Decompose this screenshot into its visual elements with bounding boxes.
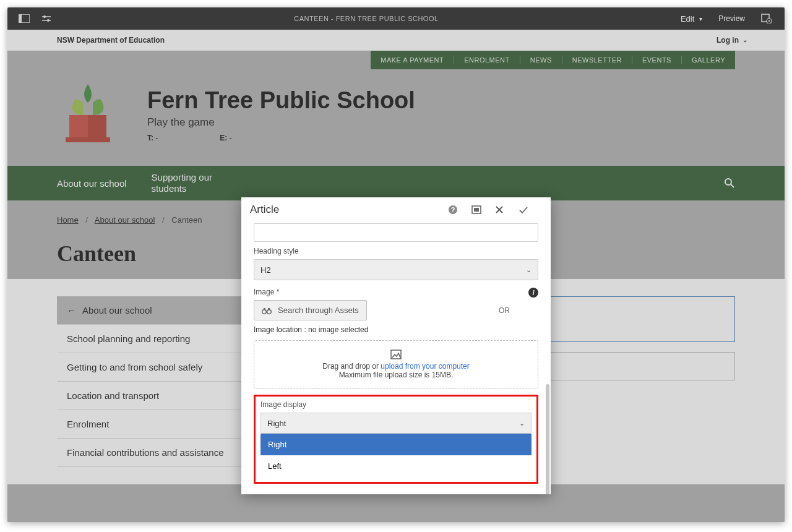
email-label: E: [220, 134, 227, 142]
util-link[interactable]: EVENTS [632, 56, 682, 64]
crumb-home[interactable]: Home [57, 215, 79, 225]
binoculars-icon [262, 307, 272, 314]
svg-point-5 [47, 19, 50, 22]
sidebar-item[interactable]: Financial contributions and assistance [57, 439, 255, 467]
page-settings-icon[interactable] [761, 14, 772, 24]
email-value: - [230, 134, 232, 142]
utility-nav: MAKE A PAYMENT ENROLMENT NEWS NEWSLETTER… [7, 51, 785, 69]
confirm-icon[interactable] [519, 205, 542, 214]
heading-style-value: H2 [260, 265, 271, 275]
school-tagline: Play the game [147, 116, 415, 129]
svg-line-13 [731, 184, 734, 187]
help-icon[interactable]: ? [448, 205, 471, 215]
masthead: Fern Tree Public School Play the game T:… [7, 69, 785, 166]
nav-about[interactable]: About our school [57, 178, 127, 189]
login-link[interactable]: Log in ⌄ [717, 36, 747, 45]
search-icon[interactable] [724, 178, 735, 189]
preview-label[interactable]: Preview [718, 14, 745, 23]
sidebar-item[interactable]: Enrolment [57, 410, 255, 439]
chevron-down-icon: ⌄ [742, 36, 747, 43]
util-link[interactable]: NEWSLETTER [562, 56, 632, 64]
image-display-section: Image display Right ⌄ Right Left [254, 395, 538, 484]
option-left[interactable]: Left [260, 455, 532, 477]
phone-value: - [155, 134, 158, 142]
login-label: Log in [717, 36, 739, 45]
util-link[interactable]: ENROLMENT [454, 56, 520, 64]
svg-rect-9 [69, 115, 88, 140]
upload-drop-zone[interactable]: Drag and drop or upload from your comput… [254, 340, 538, 388]
sidebar-item-about[interactable]: About our school [57, 296, 255, 325]
crumb-current: Canteen [171, 215, 202, 225]
heading-style-label: Heading style [254, 247, 538, 255]
editor-page-title: CANTEEN - FERN TREE PUBLIC SCHOOL [52, 15, 681, 22]
svg-point-21 [267, 309, 272, 314]
util-link[interactable]: NEWS [520, 56, 562, 64]
nav-supporting[interactable]: Supporting our students [152, 172, 238, 194]
search-assets-label: Search through Assets [278, 306, 359, 315]
upload-link[interactable]: upload from your computer [381, 362, 469, 371]
image-display-value: Right [267, 419, 286, 428]
image-location-text: Image location : no image selected [254, 325, 538, 334]
image-display-label: Image display [260, 400, 532, 409]
svg-point-12 [725, 179, 731, 185]
svg-rect-17 [474, 208, 479, 212]
sidebar-item[interactable]: Location and transport [57, 382, 255, 410]
edit-dropdown[interactable]: Edit ▾ [681, 14, 702, 24]
chevron-down-icon: ⌄ [526, 266, 532, 274]
heading-style-select[interactable]: H2 ⌄ [254, 259, 538, 280]
image-icon [260, 350, 532, 359]
sidebar-item[interactable]: Getting to and from school safely [57, 353, 255, 382]
svg-point-8 [768, 20, 770, 22]
sidebar-nav: About our school School planning and rep… [57, 296, 255, 467]
svg-point-20 [262, 309, 267, 314]
svg-rect-23 [268, 308, 270, 310]
school-name: Fern Tree Public School [147, 87, 415, 114]
scrollbar-thumb[interactable] [546, 384, 549, 494]
image-display-options: Right Left [260, 434, 532, 477]
or-text: OR [499, 306, 510, 315]
svg-rect-10 [88, 115, 106, 140]
panel-icon[interactable] [19, 14, 30, 23]
school-logo [57, 80, 125, 148]
department-bar: NSW Department of Education Log in ⌄ [7, 30, 785, 51]
upload-size-text: Maximum file upload size is 15MB. [260, 371, 532, 379]
department-name: NSW Department of Education [57, 36, 165, 45]
dialog-title: Article [250, 204, 279, 216]
info-icon[interactable]: i [528, 288, 538, 298]
edit-label: Edit [681, 14, 694, 24]
svg-point-3 [43, 15, 46, 18]
chevron-down-icon: ▾ [699, 15, 702, 22]
phone-label: T: [147, 134, 153, 142]
close-icon[interactable] [495, 205, 519, 214]
util-link[interactable]: MAKE A PAYMENT [371, 56, 454, 64]
image-display-select[interactable]: Right ⌄ [260, 413, 532, 434]
search-assets-button[interactable]: Search through Assets [254, 300, 367, 320]
editor-top-bar: CANTEEN - FERN TREE PUBLIC SCHOOL Edit ▾… [7, 7, 785, 30]
image-label: Image * [254, 288, 279, 296]
util-link[interactable]: GALLERY [682, 56, 735, 64]
svg-text:?: ? [451, 206, 455, 213]
svg-rect-11 [66, 137, 110, 142]
svg-rect-1 [19, 14, 22, 23]
fullscreen-icon[interactable] [471, 205, 495, 214]
option-right[interactable]: Right [260, 434, 532, 455]
sliders-icon[interactable] [41, 14, 52, 23]
sidebar-item-label: About our school [82, 305, 152, 315]
crumb-about[interactable]: About our school [95, 215, 155, 225]
sidebar-item[interactable]: School planning and reporting [57, 325, 255, 353]
drop-text-pre: Drag and drop or [322, 362, 381, 371]
svg-rect-22 [264, 308, 265, 310]
chevron-down-icon: ⌄ [519, 419, 525, 427]
heading-text-input[interactable] [254, 223, 538, 242]
main-nav: About our school Supporting our students [7, 166, 785, 200]
article-dialog: Article ? Heading style H [241, 197, 551, 494]
